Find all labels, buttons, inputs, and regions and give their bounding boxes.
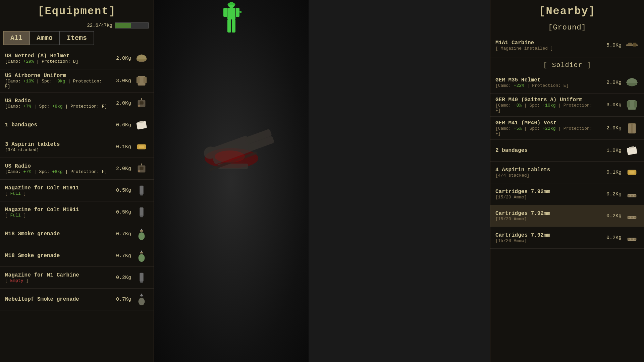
svg-point-68 bbox=[631, 217, 633, 219]
svg-rect-57 bbox=[633, 124, 636, 133]
nearby-item-icon bbox=[625, 75, 639, 89]
eq-item-name: Magazine for M1 Carbine bbox=[5, 272, 109, 278]
eq-item-weight: 2.0Kg bbox=[113, 166, 131, 172]
svg-rect-3 bbox=[137, 77, 140, 83]
svg-rect-29 bbox=[140, 295, 143, 297]
nearby-list[interactable]: [Ground] M1A1 Carbine [ Magazine install… bbox=[490, 21, 644, 356]
svg-point-46 bbox=[215, 150, 245, 163]
nearby-item[interactable]: GER M40 (Gaiters A) Uniform [Camo: +8% |… bbox=[490, 94, 644, 117]
eq-item-icon bbox=[135, 292, 149, 306]
svg-point-16 bbox=[138, 170, 140, 172]
eq-item-sub: [ Empty ] bbox=[5, 278, 109, 283]
eq-item-name: US Radio bbox=[5, 163, 109, 169]
svg-rect-35 bbox=[236, 8, 239, 17]
eq-item-info: US Radio [Camo: +7% | Spc: +8kg | Protec… bbox=[5, 163, 109, 174]
tab-items[interactable]: Items bbox=[60, 31, 94, 45]
svg-rect-54 bbox=[634, 101, 637, 108]
eq-item-icon bbox=[135, 140, 149, 154]
eq-item-icon bbox=[135, 51, 149, 65]
weight-text: 22.6/47Kg bbox=[87, 23, 112, 28]
eq-item-weight: 0.7Kg bbox=[113, 253, 131, 259]
eq-item-info: Magazine for Colt M1911 [ Full ] bbox=[5, 207, 109, 218]
nearby-item[interactable]: GER M41 (MP40) Vest [Camo: +5% | Spc: +2… bbox=[490, 117, 644, 140]
eq-item-info: M18 Smoke grenade bbox=[5, 231, 109, 237]
eq-item-name: 3 Aspirin tablets bbox=[5, 141, 109, 147]
equipment-item[interactable]: M18 Smoke grenade 0.7Kg bbox=[0, 223, 154, 245]
eq-item-info: US Radio [Camo: +7% | Spc: +8kg | Protec… bbox=[5, 98, 109, 109]
nearby-item-weight: 0.1Kg bbox=[603, 170, 622, 175]
nearby-item[interactable]: 4 Aspirin tablets [4/4 stacked] 0.1Kg bbox=[490, 162, 644, 183]
svg-point-69 bbox=[634, 217, 636, 219]
nearby-item-weight: 3.0Kg bbox=[603, 102, 622, 108]
eq-item-icon bbox=[135, 162, 149, 176]
equipment-item[interactable]: US Airborne Uniform [Camo: +10% | Spc: +… bbox=[0, 69, 154, 93]
tab-ammo[interactable]: Ammo bbox=[30, 31, 60, 45]
nearby-item-weight: 0.2Kg bbox=[603, 191, 622, 197]
nearby-item-icon bbox=[625, 121, 639, 135]
filter-tabs: All Ammo Items bbox=[0, 31, 154, 48]
nearby-item-name: GER M40 (Gaiters A) Uniform bbox=[495, 97, 600, 103]
svg-point-63 bbox=[628, 195, 630, 197]
eq-item-weight: 0.7Kg bbox=[113, 231, 131, 237]
equipment-item[interactable]: US Radio [Camo: +7% | Spc: +8kg | Protec… bbox=[0, 93, 154, 114]
nearby-item[interactable]: Cartridges 7.92mm [15/20 Ammo] 0.2Kg bbox=[490, 205, 644, 227]
nearby-title: [Nearby] bbox=[490, 0, 644, 21]
equipment-item[interactable]: Magazine for M1 Carbine [ Empty ] 0.2Kg bbox=[0, 267, 154, 289]
svg-rect-51 bbox=[627, 83, 637, 85]
eq-item-weight: 0.6Kg bbox=[113, 122, 131, 128]
svg-rect-33 bbox=[227, 8, 235, 19]
tab-all[interactable]: All bbox=[3, 31, 30, 45]
nearby-item-name: Cartridges 7.92mm bbox=[495, 210, 600, 217]
equipment-item[interactable]: M18 Smoke grenade 0.7Kg bbox=[0, 245, 154, 267]
svg-rect-27 bbox=[140, 273, 143, 282]
nearby-item-info: GER M40 (Gaiters A) Uniform [Camo: +8% |… bbox=[495, 97, 600, 113]
svg-point-30 bbox=[139, 298, 145, 305]
eq-item-icon bbox=[135, 249, 149, 263]
svg-rect-48 bbox=[628, 43, 632, 45]
nearby-item-icon bbox=[625, 98, 639, 112]
equipment-item[interactable]: US Netted (A) Helmet [Camo: +29% | Prote… bbox=[0, 48, 154, 69]
svg-rect-21 bbox=[140, 230, 143, 232]
nearby-item-icon bbox=[625, 231, 639, 245]
eq-item-icon bbox=[135, 227, 149, 241]
eq-item-info: US Airborne Uniform [Camo: +10% | Spc: +… bbox=[5, 73, 109, 89]
svg-rect-56 bbox=[628, 124, 632, 133]
equipment-item[interactable]: 1 bandages 0.6Kg bbox=[0, 114, 154, 136]
weight-bar-container: 22.6/47Kg bbox=[0, 21, 154, 31]
weight-bar bbox=[115, 22, 149, 28]
equipment-item[interactable]: 3 Aspirin tablets [3/4 stacked] 0.1Kg bbox=[0, 136, 154, 158]
equipment-item[interactable]: Magazine for Colt M1911 [ Full ] 0.5Kg bbox=[0, 180, 154, 201]
equipment-item[interactable]: Nebeltopf Smoke grenade 0.7Kg bbox=[0, 289, 154, 310]
nearby-item-name: Cartridges 7.92mm bbox=[495, 189, 600, 195]
eq-item-info: 3 Aspirin tablets [3/4 stacked] bbox=[5, 141, 109, 153]
battlefield bbox=[154, 0, 309, 362]
svg-rect-4 bbox=[144, 77, 147, 83]
equipment-item[interactable]: Magazine for Colt M1911 [ Full ] 0.5Kg bbox=[0, 201, 154, 223]
eq-item-sub: [3/4 stacked] bbox=[5, 147, 109, 153]
nearby-item-weight: 5.0Kg bbox=[603, 43, 622, 48]
nearby-item-weight: 2.0Kg bbox=[603, 80, 622, 85]
eq-item-sub: [ Full ] bbox=[5, 213, 109, 218]
nearby-item[interactable]: M1A1 Carbine [ Magazine installed ] 5.0K… bbox=[490, 35, 644, 56]
eq-item-info: US Netted (A) Helmet [Camo: +29% | Prote… bbox=[5, 53, 109, 64]
nearby-panel: [Nearby] [Ground] M1A1 Carbine [ Magazin… bbox=[490, 0, 644, 362]
eq-item-info: Magazine for Colt M1911 [ Full ] bbox=[5, 185, 109, 196]
nearby-item[interactable]: 2 bandages 1.0Kg bbox=[490, 140, 644, 162]
nearby-item[interactable]: GER M35 Helmet [Camo: +22% | Protection:… bbox=[490, 72, 644, 94]
nearby-item[interactable]: Cartridges 7.92mm [15/20 Ammo] 0.2Kg bbox=[490, 227, 644, 249]
nearby-item-info: GER M41 (MP40) Vest [Camo: +5% | Spc: +2… bbox=[495, 120, 600, 136]
nearby-item-weight: 0.2Kg bbox=[603, 213, 622, 219]
soldier-title: [ Soldier ] bbox=[490, 58, 644, 72]
nearby-item[interactable]: Cartridges 7.92mm [15/20 Ammo] 0.2Kg bbox=[490, 183, 644, 205]
eq-item-weight: 2.0Kg bbox=[113, 56, 131, 61]
svg-rect-19 bbox=[140, 207, 143, 217]
nearby-item-sub: [15/20 Ammo] bbox=[495, 238, 600, 243]
equipment-panel: [Equipment] 22.6/47Kg All Ammo Items US … bbox=[0, 0, 154, 362]
equipment-item[interactable]: US Radio [Camo: +7% | Spc: +8kg | Protec… bbox=[0, 158, 154, 180]
svg-point-64 bbox=[631, 195, 633, 197]
nearby-item-sub: [Camo: +22% | Protection: E] bbox=[495, 83, 600, 88]
nearby-item-sub: [4/4 stacked] bbox=[495, 173, 600, 178]
equipment-list[interactable]: US Netted (A) Helmet [Camo: +29% | Prote… bbox=[0, 48, 154, 362]
weight-bar-fill bbox=[115, 23, 131, 28]
svg-point-73 bbox=[634, 238, 636, 240]
